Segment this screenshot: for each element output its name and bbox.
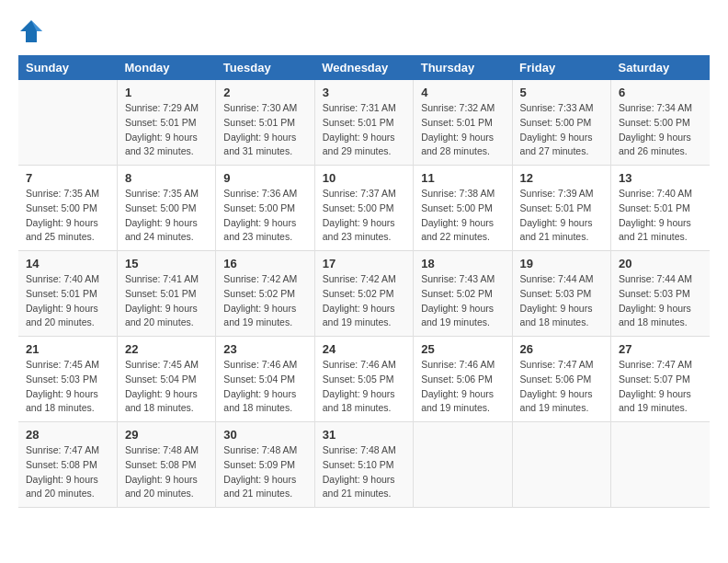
- day-number: 15: [125, 257, 208, 270]
- day-number: 30: [223, 428, 306, 442]
- day-info: Sunrise: 7:48 AMSunset: 5:09 PMDaylight:…: [223, 443, 306, 501]
- day-number: 26: [520, 342, 603, 356]
- calendar-cell: 13Sunrise: 7:40 AMSunset: 5:01 PMDayligh…: [611, 166, 710, 251]
- day-number: 16: [223, 257, 306, 270]
- calendar-cell: 29Sunrise: 7:48 AMSunset: 5:08 PMDayligh…: [117, 422, 215, 508]
- day-info: Sunrise: 7:35 AMSunset: 5:00 PMDaylight:…: [125, 187, 208, 245]
- day-number: 7: [26, 171, 109, 185]
- logo-icon: [18, 18, 44, 44]
- calendar-cell: 7Sunrise: 7:35 AMSunset: 5:00 PMDaylight…: [18, 166, 117, 251]
- day-number: 29: [125, 428, 208, 442]
- day-number: 31: [323, 428, 405, 442]
- calendar-cell: 24Sunrise: 7:46 AMSunset: 5:05 PMDayligh…: [314, 337, 413, 422]
- header-friday: Friday: [512, 55, 610, 80]
- calendar-cell: 31Sunrise: 7:48 AMSunset: 5:10 PMDayligh…: [314, 422, 413, 508]
- day-number: 21: [26, 342, 109, 356]
- day-info: Sunrise: 7:42 AMSunset: 5:02 PMDaylight:…: [223, 272, 306, 330]
- day-info: Sunrise: 7:36 AMSunset: 5:00 PMDaylight:…: [223, 187, 306, 245]
- calendar-cell: 14Sunrise: 7:40 AMSunset: 5:01 PMDayligh…: [18, 251, 117, 337]
- day-info: Sunrise: 7:47 AMSunset: 5:06 PMDaylight:…: [520, 358, 603, 416]
- day-info: Sunrise: 7:41 AMSunset: 5:01 PMDaylight:…: [125, 272, 208, 330]
- day-number: 25: [421, 342, 504, 356]
- day-number: 11: [421, 171, 504, 185]
- header-sunday: Sunday: [18, 55, 117, 80]
- day-number: 14: [26, 257, 109, 270]
- calendar-cell: 18Sunrise: 7:43 AMSunset: 5:02 PMDayligh…: [414, 251, 512, 337]
- calendar-table: SundayMondayTuesdayWednesdayThursdayFrid…: [18, 55, 710, 508]
- day-info: Sunrise: 7:30 AMSunset: 5:01 PMDaylight:…: [223, 101, 306, 159]
- day-info: Sunrise: 7:37 AMSunset: 5:00 PMDaylight:…: [323, 187, 405, 245]
- calendar-cell: [611, 422, 710, 508]
- day-number: 1: [125, 86, 208, 99]
- header-wednesday: Wednesday: [314, 55, 413, 80]
- day-info: Sunrise: 7:46 AMSunset: 5:04 PMDaylight:…: [223, 358, 306, 416]
- day-info: Sunrise: 7:40 AMSunset: 5:01 PMDaylight:…: [26, 272, 109, 330]
- day-info: Sunrise: 7:32 AMSunset: 5:01 PMDaylight:…: [421, 101, 504, 159]
- calendar-cell: 19Sunrise: 7:44 AMSunset: 5:03 PMDayligh…: [512, 251, 610, 337]
- day-info: Sunrise: 7:44 AMSunset: 5:03 PMDaylight:…: [619, 272, 702, 330]
- calendar-cell: 3Sunrise: 7:31 AMSunset: 5:01 PMDaylight…: [314, 80, 413, 166]
- calendar-cell: 12Sunrise: 7:39 AMSunset: 5:01 PMDayligh…: [512, 166, 610, 251]
- day-number: 20: [619, 257, 702, 270]
- day-number: 17: [323, 257, 405, 270]
- day-info: Sunrise: 7:43 AMSunset: 5:02 PMDaylight:…: [421, 272, 504, 330]
- day-info: Sunrise: 7:47 AMSunset: 5:07 PMDaylight:…: [619, 358, 702, 416]
- day-number: 28: [26, 428, 109, 442]
- calendar-cell: 5Sunrise: 7:33 AMSunset: 5:00 PMDaylight…: [512, 80, 610, 166]
- calendar-cell: [414, 422, 512, 508]
- day-number: 10: [323, 171, 405, 185]
- header-saturday: Saturday: [611, 55, 710, 80]
- calendar-cell: 11Sunrise: 7:38 AMSunset: 5:00 PMDayligh…: [414, 166, 512, 251]
- calendar-cell: 16Sunrise: 7:42 AMSunset: 5:02 PMDayligh…: [216, 251, 314, 337]
- day-number: 5: [520, 86, 603, 99]
- day-number: 8: [125, 171, 208, 185]
- day-info: Sunrise: 7:45 AMSunset: 5:04 PMDaylight:…: [125, 358, 208, 416]
- calendar-cell: 20Sunrise: 7:44 AMSunset: 5:03 PMDayligh…: [611, 251, 710, 337]
- day-number: 6: [619, 86, 702, 99]
- day-info: Sunrise: 7:35 AMSunset: 5:00 PMDaylight:…: [26, 187, 109, 245]
- calendar-cell: 10Sunrise: 7:37 AMSunset: 5:00 PMDayligh…: [314, 166, 413, 251]
- day-number: 4: [421, 86, 504, 99]
- calendar-cell: 8Sunrise: 7:35 AMSunset: 5:00 PMDaylight…: [117, 166, 215, 251]
- day-info: Sunrise: 7:46 AMSunset: 5:06 PMDaylight:…: [421, 358, 504, 416]
- day-info: Sunrise: 7:48 AMSunset: 5:08 PMDaylight:…: [125, 443, 208, 501]
- day-info: Sunrise: 7:45 AMSunset: 5:03 PMDaylight:…: [26, 358, 109, 416]
- day-number: 24: [323, 342, 405, 356]
- calendar-cell: 6Sunrise: 7:34 AMSunset: 5:00 PMDaylight…: [611, 80, 710, 166]
- header-monday: Monday: [117, 55, 215, 80]
- calendar-cell: 1Sunrise: 7:29 AMSunset: 5:01 PMDaylight…: [117, 80, 215, 166]
- calendar-week-row: 14Sunrise: 7:40 AMSunset: 5:01 PMDayligh…: [18, 251, 710, 337]
- header-tuesday: Tuesday: [216, 55, 314, 80]
- calendar-cell: 21Sunrise: 7:45 AMSunset: 5:03 PMDayligh…: [18, 337, 117, 422]
- calendar-cell: 22Sunrise: 7:45 AMSunset: 5:04 PMDayligh…: [117, 337, 215, 422]
- calendar-cell: 28Sunrise: 7:47 AMSunset: 5:08 PMDayligh…: [18, 422, 117, 508]
- day-number: 2: [223, 86, 306, 99]
- calendar-cell: 17Sunrise: 7:42 AMSunset: 5:02 PMDayligh…: [314, 251, 413, 337]
- calendar-cell: 2Sunrise: 7:30 AMSunset: 5:01 PMDaylight…: [216, 80, 314, 166]
- calendar-cell: 27Sunrise: 7:47 AMSunset: 5:07 PMDayligh…: [611, 337, 710, 422]
- calendar-cell: [18, 80, 117, 166]
- day-info: Sunrise: 7:44 AMSunset: 5:03 PMDaylight:…: [520, 272, 603, 330]
- day-info: Sunrise: 7:38 AMSunset: 5:00 PMDaylight:…: [421, 187, 504, 245]
- day-info: Sunrise: 7:34 AMSunset: 5:00 PMDaylight:…: [619, 101, 702, 159]
- calendar-cell: 4Sunrise: 7:32 AMSunset: 5:01 PMDaylight…: [414, 80, 512, 166]
- day-number: 19: [520, 257, 603, 270]
- calendar-header-row: SundayMondayTuesdayWednesdayThursdayFrid…: [18, 55, 710, 80]
- calendar-cell: 30Sunrise: 7:48 AMSunset: 5:09 PMDayligh…: [216, 422, 314, 508]
- day-number: 13: [619, 171, 702, 185]
- day-info: Sunrise: 7:42 AMSunset: 5:02 PMDaylight:…: [323, 272, 405, 330]
- day-number: 18: [421, 257, 504, 270]
- day-number: 27: [619, 342, 702, 356]
- day-info: Sunrise: 7:39 AMSunset: 5:01 PMDaylight:…: [520, 187, 603, 245]
- day-info: Sunrise: 7:31 AMSunset: 5:01 PMDaylight:…: [323, 101, 405, 159]
- calendar-week-row: 7Sunrise: 7:35 AMSunset: 5:00 PMDaylight…: [18, 166, 710, 251]
- calendar-cell: 15Sunrise: 7:41 AMSunset: 5:01 PMDayligh…: [117, 251, 215, 337]
- calendar-cell: 25Sunrise: 7:46 AMSunset: 5:06 PMDayligh…: [414, 337, 512, 422]
- day-number: 22: [125, 342, 208, 356]
- day-info: Sunrise: 7:40 AMSunset: 5:01 PMDaylight:…: [619, 187, 702, 245]
- logo: [18, 18, 48, 44]
- calendar-week-row: 1Sunrise: 7:29 AMSunset: 5:01 PMDaylight…: [18, 80, 710, 166]
- day-info: Sunrise: 7:33 AMSunset: 5:00 PMDaylight:…: [520, 101, 603, 159]
- calendar-week-row: 28Sunrise: 7:47 AMSunset: 5:08 PMDayligh…: [18, 422, 710, 508]
- calendar-week-row: 21Sunrise: 7:45 AMSunset: 5:03 PMDayligh…: [18, 337, 710, 422]
